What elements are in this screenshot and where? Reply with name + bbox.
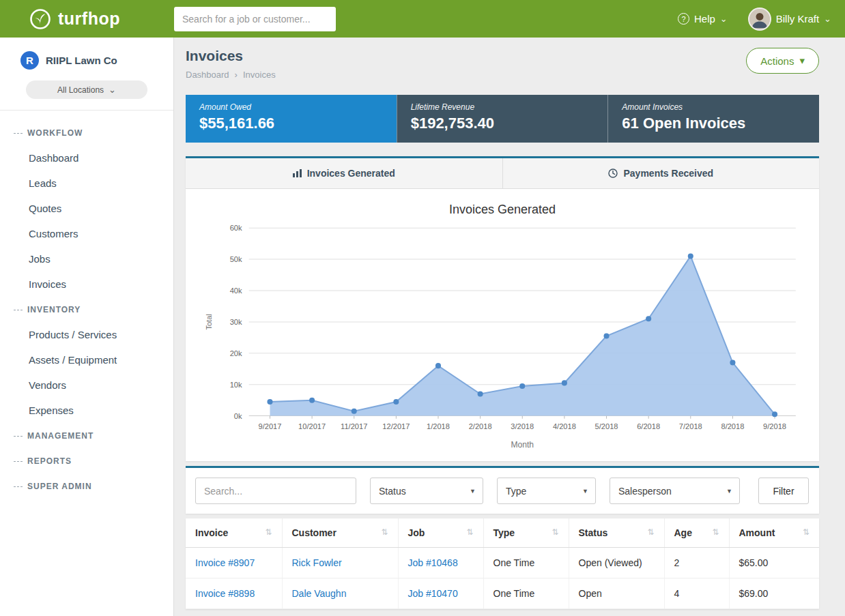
stat-open-invoices: Amount Invoices 61 Open Invoices xyxy=(607,95,819,143)
global-search-input[interactable] xyxy=(174,7,336,31)
filter-button[interactable]: Filter xyxy=(758,478,809,504)
page-body: R RIIPL Lawn Co All Locations ⌄ WORKFLOW… xyxy=(0,38,845,616)
status-select[interactable]: Status ▼ xyxy=(370,478,483,504)
sidebar-item-jobs[interactable]: Jobs xyxy=(0,246,173,272)
invoice-link[interactable]: Invoice #8907 xyxy=(195,557,255,568)
sidebar-item-products-services[interactable]: Products / Services xyxy=(0,322,173,347)
sort-icon[interactable]: ⇅ xyxy=(265,527,272,537)
main-header: Invoices Dashboard › Invoices Actions ▾ xyxy=(186,48,819,80)
chart-title: Invoices Generated xyxy=(199,203,805,217)
user-menu[interactable]: Billy Kraft ⌄ xyxy=(748,8,831,31)
svg-text:10/2017: 10/2017 xyxy=(298,422,326,430)
avatar xyxy=(748,8,771,31)
select-value: Status xyxy=(379,486,406,497)
stat-label: Amount Invoices xyxy=(622,102,805,112)
sidebar-item-leads[interactable]: Leads xyxy=(0,171,173,196)
caret-down-icon: ▼ xyxy=(726,488,732,495)
job-link[interactable]: Job #10468 xyxy=(408,557,458,568)
breadcrumb-current: Invoices xyxy=(243,70,276,80)
sort-icon[interactable]: ⇅ xyxy=(803,527,810,537)
nav-section-label: WORKFLOW xyxy=(27,128,83,138)
company-name: RIIPL Lawn Co xyxy=(46,55,117,66)
invoice-link[interactable]: Invoice #8898 xyxy=(195,588,255,599)
breadcrumb-dashboard[interactable]: Dashboard xyxy=(186,70,229,80)
column-header-invoice[interactable]: Invoice⇅ xyxy=(186,518,282,548)
nav-section-label: SUPER ADMIN xyxy=(27,482,92,491)
sidebar-item-assets-equipment[interactable]: Assets / Equipment xyxy=(0,347,173,372)
tab-payments-received[interactable]: Payments Received xyxy=(502,158,820,188)
customer-link[interactable]: Dale Vaughn xyxy=(292,588,347,599)
locations-selector[interactable]: All Locations ⌄ xyxy=(26,80,147,99)
column-header-status[interactable]: Status⇅ xyxy=(569,518,664,548)
svg-text:4/2018: 4/2018 xyxy=(553,422,576,430)
nav-section-inventory: INVENTORY xyxy=(0,297,173,322)
stat-lifetime-revenue: Lifetime Revenue $192,753.40 xyxy=(397,95,608,143)
cell-status: Open (Viewed) xyxy=(569,548,664,578)
topbar: turfhop ? Help ⌄ Billy Kraft ⌄ xyxy=(0,0,845,38)
sort-icon[interactable]: ⇅ xyxy=(552,527,558,537)
column-label: Amount xyxy=(739,527,775,538)
column-label: Status xyxy=(579,527,608,538)
app: turfhop ? Help ⌄ Billy Kraft ⌄ xyxy=(0,0,845,616)
logo[interactable]: turfhop xyxy=(14,8,174,31)
sidebar-item-invoices[interactable]: Invoices xyxy=(0,272,173,297)
column-header-customer[interactable]: Customer⇅ xyxy=(282,518,398,548)
chart-tabs: Invoices Generated Payments Received xyxy=(186,158,819,189)
company-row: R RIIPL Lawn Co xyxy=(0,38,173,76)
table-search-input[interactable] xyxy=(195,478,356,504)
help-menu[interactable]: ? Help ⌄ xyxy=(678,13,728,25)
cell-age: 2 xyxy=(664,548,729,578)
chevron-down-icon: ⌄ xyxy=(720,14,728,24)
sort-icon[interactable]: ⇅ xyxy=(466,527,473,537)
tab-invoices-generated[interactable]: Invoices Generated xyxy=(186,158,502,188)
svg-text:3/2018: 3/2018 xyxy=(511,422,534,430)
cell-job: Job #10470 xyxy=(398,578,483,609)
sidebar-item-customers[interactable]: Customers xyxy=(0,221,173,246)
job-link[interactable]: Job #10470 xyxy=(408,588,458,599)
svg-text:9/2017: 9/2017 xyxy=(259,422,282,430)
actions-button[interactable]: Actions ▾ xyxy=(746,48,819,74)
sidebar-item-vendors[interactable]: Vendors xyxy=(0,372,173,398)
cell-type: One Time xyxy=(483,548,569,578)
section-dash-icon xyxy=(14,486,23,487)
svg-text:6/2018: 6/2018 xyxy=(637,422,660,430)
sidebar-item-expenses[interactable]: Expenses xyxy=(0,398,173,423)
sort-icon[interactable]: ⇅ xyxy=(381,527,388,537)
svg-text:40k: 40k xyxy=(230,287,242,295)
stat-label: Lifetime Revenue xyxy=(411,102,595,112)
column-label: Job xyxy=(408,527,425,538)
turfhop-logo-icon xyxy=(29,8,52,31)
table-row: Invoice #8898 Dale Vaughn Job #10470 One… xyxy=(186,578,819,609)
nav-section-management[interactable]: MANAGEMENT xyxy=(0,423,173,448)
nav-section-label: MANAGEMENT xyxy=(27,431,94,441)
sidebar-item-quotes[interactable]: Quotes xyxy=(0,196,173,221)
type-select[interactable]: Type ▼ xyxy=(497,478,596,504)
nav-section-super-admin[interactable]: SUPER ADMIN xyxy=(0,473,173,499)
nav-section-workflow: WORKFLOW xyxy=(0,120,173,145)
cell-type: One Time xyxy=(483,578,569,609)
invoices-generated-area-chart: 0k10k20k30k40k50k60k9/201710/201711/2017… xyxy=(199,217,805,454)
sort-icon[interactable]: ⇅ xyxy=(712,527,719,537)
column-header-type[interactable]: Type⇅ xyxy=(483,518,569,548)
cell-job: Job #10468 xyxy=(398,548,483,578)
sort-icon[interactable]: ⇅ xyxy=(647,527,654,537)
company-badge-icon: R xyxy=(20,51,39,70)
svg-text:9/2018: 9/2018 xyxy=(763,422,786,430)
customer-link[interactable]: Rick Fowler xyxy=(292,557,342,568)
chart-card: Invoices Generated Payments Received Inv… xyxy=(186,156,819,461)
svg-text:0k: 0k xyxy=(234,412,242,420)
breadcrumb: Dashboard › Invoices xyxy=(186,70,276,80)
column-header-job[interactable]: Job⇅ xyxy=(398,518,483,548)
logo-text: turfhop xyxy=(58,9,120,29)
clock-icon xyxy=(608,168,618,178)
cell-customer: Rick Fowler xyxy=(282,548,398,578)
sidebar-item-dashboard[interactable]: Dashboard xyxy=(0,145,173,171)
bar-chart-icon xyxy=(293,169,302,177)
cell-amount: $65.00 xyxy=(729,548,819,578)
nav-section-reports[interactable]: REPORTS xyxy=(0,448,173,473)
column-header-age[interactable]: Age⇅ xyxy=(664,518,729,548)
column-header-amount[interactable]: Amount⇅ xyxy=(729,518,819,548)
salesperson-select[interactable]: Salesperson ▼ xyxy=(610,478,740,504)
locations-label: All Locations xyxy=(57,85,104,95)
sidebar: R RIIPL Lawn Co All Locations ⌄ WORKFLOW… xyxy=(0,38,174,616)
